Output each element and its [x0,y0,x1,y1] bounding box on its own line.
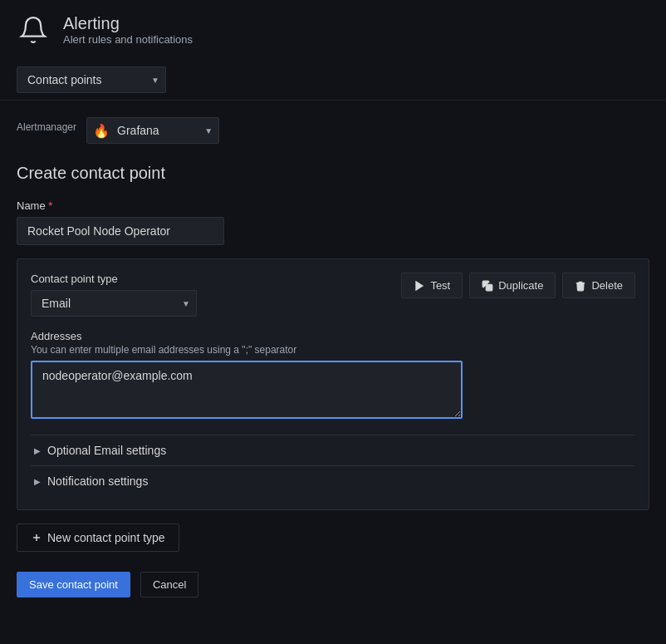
optional-email-chevron-icon: ▶ [34,446,41,455]
addresses-hint: You can enter multiple email addresses u… [31,344,635,356]
addresses-label: Addresses [31,330,635,342]
new-contact-point-button[interactable]: New contact point type [17,524,179,552]
footer-actions: Save contact point Cancel [17,572,649,597]
app-title: Alerting [63,14,193,33]
cancel-button[interactable]: Cancel [140,572,198,597]
optional-email-label: Optional Email settings [47,444,166,457]
optional-email-settings-row[interactable]: ▶ Optional Email settings [31,435,635,465]
test-icon [414,280,425,292]
delete-button[interactable]: Delete [562,273,635,298]
duplicate-icon [482,280,493,292]
contact-point-header: Contact point type Email Slack PagerDuty… [31,273,635,317]
addresses-textarea[interactable]: nodeoperator@example.com [31,361,463,419]
main-content: Alertmanager 🔥 Grafana ▼ Create contact … [0,101,666,614]
page-header: Alerting Alert rules and notifications [0,0,666,60]
app-subtitle: Alert rules and notifications [63,33,193,46]
save-button[interactable]: Save contact point [17,572,130,597]
alertmanager-select[interactable]: Grafana [86,117,219,144]
notification-settings-row[interactable]: ▶ Notification settings [31,465,635,496]
duplicate-button[interactable]: Duplicate [469,273,556,298]
svg-marker-0 [416,281,423,290]
contact-point-section: Contact point type Email Slack PagerDuty… [17,258,649,510]
notification-settings-label: Notification settings [47,474,148,488]
nav-dropdown[interactable]: Contact points Notification policies Sil… [17,66,166,93]
contact-type-label: Contact point type [31,273,401,285]
contact-type-group: Contact point type Email Slack PagerDuty… [31,273,401,317]
alertmanager-select-wrap[interactable]: 🔥 Grafana ▼ [86,117,219,144]
new-contact-point-label: New contact point type [47,531,165,544]
alertmanager-label: Alertmanager [17,121,76,133]
nav-dropdown-wrap[interactable]: Contact points Notification policies Sil… [17,66,166,93]
page-title: Create contact point [17,164,649,183]
contact-point-actions: Test Duplicate Delete [401,273,635,298]
nav-bar: Contact points Notification policies Sil… [0,60,666,101]
plus-icon [31,532,42,543]
name-label: Name * [17,199,649,212]
svg-rect-1 [486,284,492,291]
name-required-marker: * [48,199,52,212]
test-button[interactable]: Test [401,273,463,298]
header-text: Alerting Alert rules and notifications [63,14,193,46]
name-form-group: Name * [17,199,649,245]
delete-icon [575,280,586,292]
addresses-form-group: Addresses You can enter multiple email a… [31,330,635,421]
alerting-icon [17,13,50,47]
name-input[interactable] [17,217,224,245]
alertmanager-row: Alertmanager 🔥 Grafana ▼ [17,117,649,144]
contact-type-select-wrap[interactable]: Email Slack PagerDuty OpsGenie VictorOps… [31,290,197,317]
contact-type-select[interactable]: Email Slack PagerDuty OpsGenie VictorOps… [31,290,197,317]
notification-settings-chevron-icon: ▶ [34,477,41,486]
